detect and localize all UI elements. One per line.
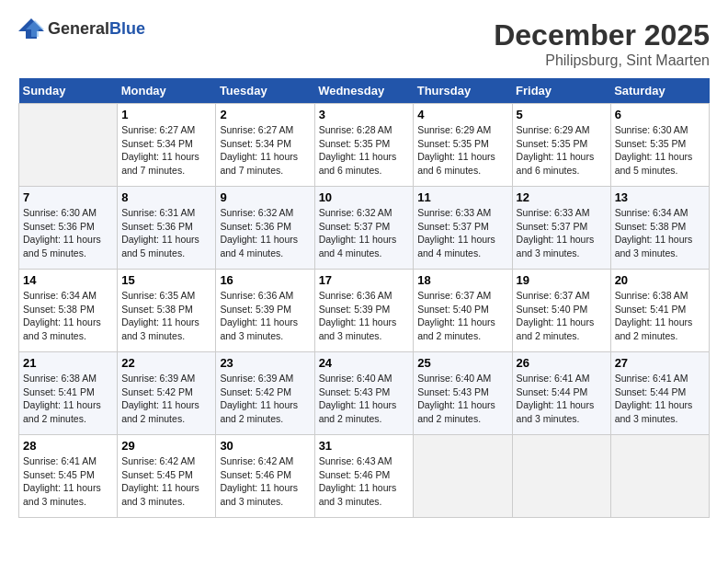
- calendar-cell: 27 Sunrise: 6:41 AMSunset: 5:44 PMDaylig…: [610, 352, 709, 435]
- calendar-cell: [19, 104, 118, 187]
- day-number: 28: [23, 439, 113, 453]
- calendar-cell: 10 Sunrise: 6:32 AMSunset: 5:37 PMDaylig…: [314, 187, 414, 270]
- cell-info: Sunrise: 6:29 AMSunset: 5:35 PMDaylight:…: [417, 123, 507, 178]
- calendar-cell: 28 Sunrise: 6:41 AMSunset: 5:45 PMDaylig…: [19, 435, 118, 518]
- calendar-cell: 16 Sunrise: 6:36 AMSunset: 5:39 PMDaylig…: [216, 270, 314, 352]
- calendar-cell: [610, 435, 709, 518]
- day-number: 16: [220, 273, 310, 287]
- cell-info: Sunrise: 6:40 AMSunset: 5:43 PMDaylight:…: [319, 372, 410, 426]
- calendar-cell: 5 Sunrise: 6:29 AMSunset: 5:35 PMDayligh…: [512, 104, 610, 187]
- cell-info: Sunrise: 6:33 AMSunset: 5:37 PMDaylight:…: [417, 206, 507, 260]
- day-number: 26: [517, 356, 607, 370]
- cell-info: Sunrise: 6:28 AMSunset: 5:35 PMDaylight:…: [319, 123, 410, 178]
- month-title: December 2025: [494, 18, 710, 52]
- day-number: 12: [517, 190, 607, 204]
- cell-info: Sunrise: 6:31 AMSunset: 5:36 PMDaylight:…: [121, 206, 211, 260]
- calendar-cell: 12 Sunrise: 6:33 AMSunset: 5:37 PMDaylig…: [512, 187, 610, 270]
- header-day: Friday: [512, 78, 610, 104]
- calendar-cell: 19 Sunrise: 6:37 AMSunset: 5:40 PMDaylig…: [512, 270, 610, 352]
- cell-info: Sunrise: 6:30 AMSunset: 5:35 PMDaylight:…: [615, 123, 705, 178]
- calendar-cell: 22 Sunrise: 6:39 AMSunset: 5:42 PMDaylig…: [118, 352, 216, 435]
- calendar-cell: 11 Sunrise: 6:33 AMSunset: 5:37 PMDaylig…: [414, 187, 512, 270]
- cell-info: Sunrise: 6:36 AMSunset: 5:39 PMDaylight:…: [319, 289, 410, 343]
- calendar-cell: 20 Sunrise: 6:38 AMSunset: 5:41 PMDaylig…: [610, 270, 709, 352]
- cell-info: Sunrise: 6:30 AMSunset: 5:36 PMDaylight:…: [23, 206, 113, 260]
- header-day: Saturday: [610, 78, 709, 104]
- day-number: 6: [615, 108, 705, 121]
- calendar-cell: 9 Sunrise: 6:32 AMSunset: 5:36 PMDayligh…: [216, 187, 314, 270]
- calendar-cell: 30 Sunrise: 6:42 AMSunset: 5:46 PMDaylig…: [216, 435, 314, 518]
- logo: GeneralBlue: [18, 18, 145, 39]
- location: Philipsburg, Sint Maarten: [494, 52, 710, 69]
- cell-info: Sunrise: 6:37 AMSunset: 5:40 PMDaylight:…: [517, 289, 607, 343]
- calendar-week-row: 14 Sunrise: 6:34 AMSunset: 5:38 PMDaylig…: [19, 270, 710, 352]
- day-number: 11: [417, 190, 507, 204]
- cell-info: Sunrise: 6:29 AMSunset: 5:35 PMDaylight:…: [517, 123, 607, 178]
- day-number: 20: [615, 273, 705, 287]
- day-number: 8: [121, 190, 211, 204]
- cell-info: Sunrise: 6:41 AMSunset: 5:45 PMDaylight:…: [23, 454, 113, 509]
- calendar-table: SundayMondayTuesdayWednesdayThursdayFrid…: [18, 78, 710, 518]
- cell-info: Sunrise: 6:36 AMSunset: 5:39 PMDaylight:…: [220, 289, 310, 343]
- calendar-cell: 15 Sunrise: 6:35 AMSunset: 5:38 PMDaylig…: [118, 270, 216, 352]
- calendar-cell: 26 Sunrise: 6:41 AMSunset: 5:44 PMDaylig…: [512, 352, 610, 435]
- calendar-cell: 14 Sunrise: 6:34 AMSunset: 5:38 PMDaylig…: [19, 270, 118, 352]
- cell-info: Sunrise: 6:34 AMSunset: 5:38 PMDaylight:…: [615, 206, 705, 260]
- calendar-cell: [512, 435, 610, 518]
- calendar-cell: 29 Sunrise: 6:42 AMSunset: 5:45 PMDaylig…: [118, 435, 216, 518]
- cell-info: Sunrise: 6:39 AMSunset: 5:42 PMDaylight:…: [121, 372, 211, 426]
- calendar-cell: 18 Sunrise: 6:37 AMSunset: 5:40 PMDaylig…: [414, 270, 512, 352]
- day-number: 10: [319, 190, 410, 204]
- day-number: 7: [23, 190, 113, 204]
- cell-info: Sunrise: 6:27 AMSunset: 5:34 PMDaylight:…: [121, 123, 211, 178]
- day-number: 21: [23, 356, 113, 370]
- calendar-cell: 23 Sunrise: 6:39 AMSunset: 5:42 PMDaylig…: [216, 352, 314, 435]
- cell-info: Sunrise: 6:41 AMSunset: 5:44 PMDaylight:…: [615, 372, 705, 426]
- day-number: 3: [319, 108, 410, 121]
- cell-info: Sunrise: 6:35 AMSunset: 5:38 PMDaylight:…: [121, 289, 211, 343]
- day-number: 4: [417, 108, 507, 121]
- day-number: 31: [319, 439, 410, 453]
- day-number: 22: [121, 356, 211, 370]
- cell-info: Sunrise: 6:41 AMSunset: 5:44 PMDaylight:…: [517, 372, 607, 426]
- cell-info: Sunrise: 6:38 AMSunset: 5:41 PMDaylight:…: [615, 289, 705, 343]
- calendar-week-row: 28 Sunrise: 6:41 AMSunset: 5:45 PMDaylig…: [19, 435, 710, 518]
- calendar-cell: 25 Sunrise: 6:40 AMSunset: 5:43 PMDaylig…: [414, 352, 512, 435]
- calendar-cell: 2 Sunrise: 6:27 AMSunset: 5:34 PMDayligh…: [216, 104, 314, 187]
- header-day: Thursday: [414, 78, 512, 104]
- cell-info: Sunrise: 6:39 AMSunset: 5:42 PMDaylight:…: [220, 372, 310, 426]
- day-number: 24: [319, 356, 410, 370]
- calendar-cell: 3 Sunrise: 6:28 AMSunset: 5:35 PMDayligh…: [314, 104, 414, 187]
- calendar-cell: 13 Sunrise: 6:34 AMSunset: 5:38 PMDaylig…: [610, 187, 709, 270]
- day-number: 15: [121, 273, 211, 287]
- day-number: 17: [319, 273, 410, 287]
- calendar-header: SundayMondayTuesdayWednesdayThursdayFrid…: [19, 78, 710, 104]
- day-number: 1: [121, 108, 211, 121]
- cell-info: Sunrise: 6:34 AMSunset: 5:38 PMDaylight:…: [23, 289, 113, 343]
- calendar-cell: 31 Sunrise: 6:43 AMSunset: 5:46 PMDaylig…: [314, 435, 414, 518]
- cell-info: Sunrise: 6:38 AMSunset: 5:41 PMDaylight:…: [23, 372, 113, 426]
- title-section: December 2025 Philipsburg, Sint Maarten: [494, 18, 710, 69]
- cell-info: Sunrise: 6:32 AMSunset: 5:37 PMDaylight:…: [319, 206, 410, 260]
- logo-icon: [18, 18, 44, 39]
- cell-info: Sunrise: 6:43 AMSunset: 5:46 PMDaylight:…: [319, 454, 410, 509]
- cell-info: Sunrise: 6:40 AMSunset: 5:43 PMDaylight:…: [417, 372, 507, 426]
- day-number: 30: [220, 439, 310, 453]
- calendar-cell: 6 Sunrise: 6:30 AMSunset: 5:35 PMDayligh…: [610, 104, 709, 187]
- header-day: Wednesday: [314, 78, 414, 104]
- page-header: GeneralBlue December 2025 Philipsburg, S…: [18, 18, 710, 69]
- day-number: 14: [23, 273, 113, 287]
- header-day: Tuesday: [216, 78, 314, 104]
- cell-info: Sunrise: 6:37 AMSunset: 5:40 PMDaylight:…: [417, 289, 507, 343]
- day-number: 2: [220, 108, 310, 121]
- calendar-week-row: 21 Sunrise: 6:38 AMSunset: 5:41 PMDaylig…: [19, 352, 710, 435]
- header-day: Monday: [118, 78, 216, 104]
- header-day: Sunday: [19, 78, 118, 104]
- cell-info: Sunrise: 6:32 AMSunset: 5:36 PMDaylight:…: [220, 206, 310, 260]
- logo-general: General: [48, 19, 109, 38]
- calendar-cell: [414, 435, 512, 518]
- calendar-cell: 21 Sunrise: 6:38 AMSunset: 5:41 PMDaylig…: [19, 352, 118, 435]
- calendar-cell: 8 Sunrise: 6:31 AMSunset: 5:36 PMDayligh…: [118, 187, 216, 270]
- cell-info: Sunrise: 6:42 AMSunset: 5:46 PMDaylight:…: [220, 454, 310, 509]
- day-number: 29: [121, 439, 211, 453]
